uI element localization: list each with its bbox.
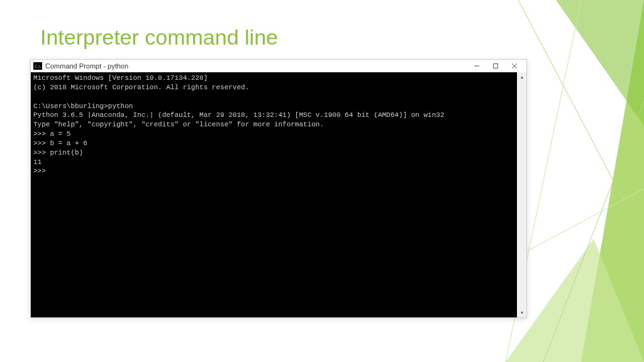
window-titlebar: C:\ Command Prompt - python — [31, 60, 526, 72]
slide-title: Interpreter command line — [40, 25, 278, 50]
scroll-down-arrow[interactable]: ▾ — [517, 308, 526, 317]
svg-marker-0 — [581, 0, 644, 362]
svg-rect-8 — [494, 64, 498, 69]
console-output[interactable]: Microsoft Windows [Version 10.0.17134.22… — [31, 72, 517, 317]
command-prompt-window: C:\ Command Prompt - python Microsoft Wi… — [30, 59, 527, 318]
svg-line-3 — [518, 0, 644, 239]
minimize-button[interactable] — [467, 60, 486, 72]
close-button[interactable] — [505, 60, 524, 72]
command-prompt-icon: C:\ — [33, 62, 42, 70]
svg-marker-1 — [556, 0, 644, 126]
svg-line-4 — [543, 101, 644, 362]
window-title: Command Prompt - python — [45, 62, 467, 70]
scroll-up-arrow[interactable]: ▴ — [517, 72, 526, 82]
maximize-button[interactable] — [486, 60, 505, 72]
scrollbar[interactable]: ▴ ▾ — [517, 72, 526, 317]
scroll-track[interactable] — [517, 82, 526, 308]
